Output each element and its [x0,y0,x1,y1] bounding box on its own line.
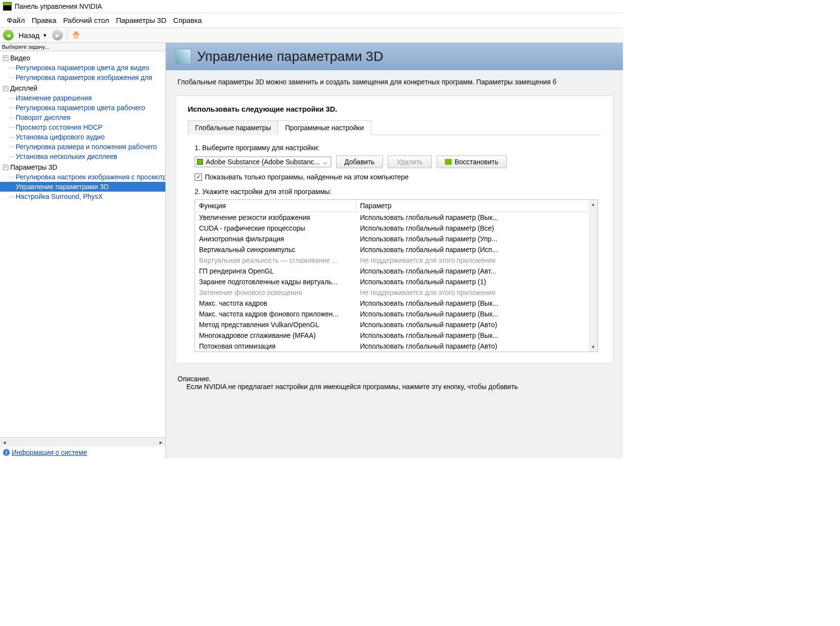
tab-program[interactable]: Программные настройки [278,120,371,135]
scroll-right-icon[interactable]: ► [157,438,165,447]
tree-item[interactable]: Регулировка параметров цвета для видео [0,63,165,73]
grid-row[interactable]: Заранее подготовленные кадры виртуаль...… [195,276,598,287]
chevron-down-icon: ⌵ [321,158,329,166]
task-tree: −ВидеоРегулировка параметров цвета для в… [0,51,165,437]
grid-row[interactable]: CUDA - графические процессорыИспользоват… [195,223,598,234]
scroll-down-icon[interactable]: ▼ [589,343,598,352]
grid-row[interactable]: Виртуальная реальность — сглаживание ...… [195,255,598,266]
description-label: Описание. [178,375,611,383]
info-icon: i [3,449,10,456]
panel-title: Использовать следующие настройки 3D. [188,105,601,113]
grid-row[interactable]: Метод представления Vulkan/OpenGLИспольз… [195,319,598,330]
step2-label: 2. Укажите настройки для этой программы: [195,188,598,196]
horizontal-scrollbar[interactable]: ◄ ► [0,438,165,447]
tree-item[interactable]: Настройка Surround, PhysX [0,192,165,201]
grid-row[interactable]: Макс. частота кадров фонового приложен..… [195,309,598,319]
tree-group-label[interactable]: −Видео [0,53,165,63]
tree-item[interactable]: Поворот дисплея [0,113,165,122]
grid-row[interactable]: Вертикальный синхроимпульсИспользовать г… [195,244,598,255]
col-parameter[interactable]: Параметр [356,200,598,212]
tree-item[interactable]: Изменение разрешения [0,93,165,103]
back-icon[interactable]: ◄ [3,30,14,40]
tree-item[interactable]: Регулировка размера и положения рабочего [0,142,165,152]
page-header: Управление параметрами 3D [166,43,623,70]
menu-desktop[interactable]: Рабочий стол [60,15,112,25]
task-header: Выберите задачу... [0,43,165,51]
tree-item[interactable]: Установка цифрового аудио [0,132,165,142]
tree-item[interactable]: Регулировка настроек изображения с просм… [0,172,165,182]
title-bar: Панель управления NVIDIA [0,0,623,13]
tree-item[interactable]: Регулировка параметров изображения для [0,73,165,82]
grid-row[interactable]: Анизотропная фильтрацияИспользовать глоб… [195,234,598,244]
forward-icon[interactable]: ► [52,30,63,40]
tree-item[interactable]: Просмотр состояния HDCP [0,122,165,132]
scroll-up-icon[interactable]: ▲ [589,200,598,209]
main-panel: Управление параметрами 3D Глобальные пар… [166,43,623,458]
menu-edit[interactable]: Правка [29,15,60,25]
grid-row[interactable]: ГП рендеринга OpenGLИспользовать глобаль… [195,266,598,276]
vertical-scrollbar[interactable]: ▲ ▼ [589,200,598,352]
program-select[interactable]: Adobe Substance (Adobe Substanc... ⌵ [195,156,331,167]
show-only-checkbox[interactable]: ✓ Показывать только программы, найденные… [195,173,598,181]
system-info-link[interactable]: i Информация о системе [0,447,165,458]
tree-item[interactable]: Управление параметрами 3D [0,182,165,192]
tabs: Глобальные параметры Программные настрой… [188,120,601,135]
checkbox-icon: ✓ [195,174,202,181]
toolbar-separator [67,30,67,40]
toolbar: ◄ Назад ▼ ► [0,28,623,43]
step1-label: 1. Выберите программу для настройки: [195,144,598,152]
collapse-icon[interactable]: − [3,165,8,170]
nvidia-icon [445,159,452,165]
settings-grid: Функция Параметр Увеличение резкости изо… [195,199,598,352]
grid-header: Функция Параметр [195,200,598,212]
tree-item[interactable]: Установка нескольких дисплеев [0,152,165,161]
home-icon[interactable] [71,31,81,39]
nvidia-icon [3,2,12,11]
collapse-icon[interactable]: − [3,86,8,91]
description-section: Описание. Если NVIDIA не предлагает наст… [166,373,623,392]
col-function[interactable]: Функция [195,200,356,212]
menu-help[interactable]: Справка [170,15,205,25]
settings-panel: Использовать следующие настройки 3D. Гло… [176,96,613,363]
menu-file[interactable]: Файл [4,15,28,25]
description-text: Если NVIDIA не предлагает настройки для … [178,383,611,391]
collapse-icon[interactable]: − [3,56,8,61]
remove-button: Удалить [388,156,432,168]
grid-row[interactable]: Затенение фонового освещенияНе поддержив… [195,287,598,298]
window-title: Панель управления NVIDIA [15,2,102,10]
tree-group-label[interactable]: −Параметры 3D [0,162,165,172]
page-header-icon [176,49,191,64]
tab-global[interactable]: Глобальные параметры [188,120,278,135]
restore-button[interactable]: Восстановить [437,156,507,168]
tree-item[interactable]: Регулировка параметров цвета рабочего [0,103,165,113]
chevron-down-icon: ▼ [42,33,47,38]
program-icon [197,159,203,165]
grid-row[interactable]: Макс. частота кадровИспользовать глобаль… [195,298,598,309]
grid-row[interactable]: Потоковая оптимизацияИспользовать глобал… [195,341,598,352]
grid-row[interactable]: Увеличение резкости изображенияИспользов… [195,212,598,223]
menu-params3d[interactable]: Параметры 3D [113,15,169,25]
page-description: Глобальные параметры 3D можно заменить и… [166,70,623,86]
grid-row[interactable]: Многокадровое сглаживание (MFAA)Использо… [195,330,598,341]
add-button[interactable]: Добавить [336,156,383,168]
back-button[interactable]: Назад ▼ [16,30,50,40]
sidebar: Выберите задачу... −ВидеоРегулировка пар… [0,43,166,458]
page-title: Управление параметрами 3D [197,49,383,64]
scroll-left-icon[interactable]: ◄ [0,438,9,447]
tree-group-label[interactable]: −Дисплей [0,83,165,93]
menu-bar: Файл Правка Рабочий стол Параметры 3D Сп… [0,13,623,28]
